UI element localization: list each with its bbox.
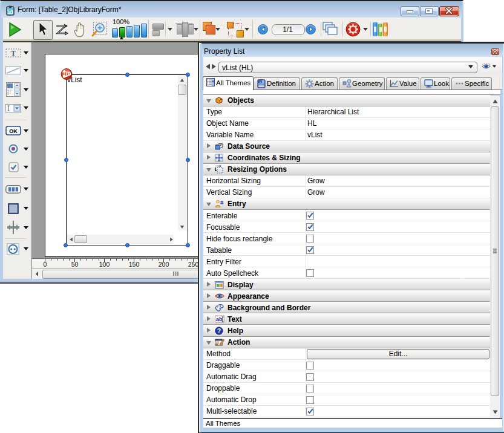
svg-text:T: T	[11, 49, 16, 57]
svg-text:?: ?	[217, 327, 221, 334]
svg-text:OK: OK	[9, 128, 18, 134]
svg-text:o: o	[260, 80, 261, 83]
svg-text:ab: ab	[216, 316, 223, 322]
